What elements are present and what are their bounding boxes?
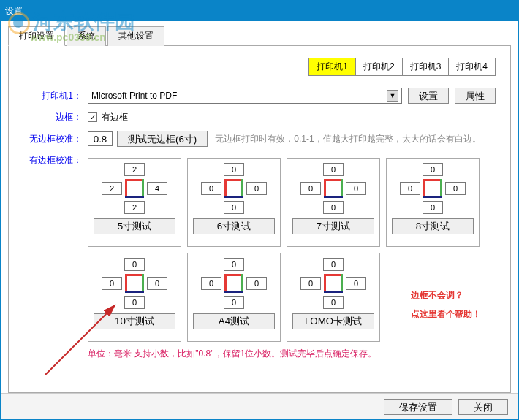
noborder-test-button[interactable]: 测试无边框(6寸) [117, 131, 208, 147]
printer-tab-4[interactable]: 打印机4 [448, 58, 496, 76]
calib-square-icon [125, 274, 144, 293]
printer-tab-1[interactable]: 打印机1 [308, 58, 356, 76]
calibration-box: A4测试 [187, 253, 281, 342]
calib-bottom-input[interactable] [323, 296, 344, 309]
tab-print-settings[interactable]: 打印设置 [8, 26, 65, 46]
calibration-box: 8寸测试 [386, 158, 480, 247]
calib-left-input[interactable] [300, 182, 321, 195]
calib-test-button[interactable]: 10寸测试 [94, 313, 175, 329]
calib-bottom-input[interactable] [124, 201, 145, 214]
calib-left-input[interactable] [201, 277, 221, 290]
calib-top-input[interactable] [124, 258, 145, 271]
calib-right-input[interactable] [246, 182, 267, 195]
printer-props-button[interactable]: 属性 [455, 88, 496, 104]
printer-row: 打印机1： Microsoft Print to PDF ▼ 设置 属性 [23, 88, 496, 104]
calibration-box: 6寸测试 [187, 158, 281, 247]
calib-right-input[interactable] [147, 182, 167, 195]
calib-left-input[interactable] [300, 277, 321, 290]
help-line2: 点这里看个帮助！ [411, 305, 481, 324]
calib-top-input[interactable] [224, 163, 244, 176]
calibration-cross [400, 163, 466, 214]
border-label: 边框： [23, 111, 82, 123]
calib-top-input[interactable] [423, 163, 443, 176]
calibration-cross [102, 163, 167, 214]
calibration-box: 7寸测试 [287, 158, 380, 247]
calib-square-icon [125, 179, 144, 198]
calib-test-button[interactable]: 7寸测试 [292, 218, 374, 234]
titlebar: 设置 [1, 1, 518, 21]
save-button[interactable]: 保存设置 [384, 399, 452, 415]
calib-test-button[interactable]: LOMO卡测试 [292, 313, 374, 329]
main-tabs: 打印设置 系统 其他设置 [8, 26, 511, 46]
settings-window: 设置 河东软件园 www.pc0359.cn 打印设置 系统 其他设置 打印机1… [0, 0, 519, 420]
noborder-hint: 无边框打印时有效，0.1-1，值越大打印越完整，太大的话会有白边。 [215, 133, 480, 145]
calib-bottom-input[interactable] [124, 296, 145, 309]
calib-square-icon [423, 179, 442, 198]
calibration-box: 5寸测试 [88, 158, 181, 247]
close-button[interactable]: 关闭 [458, 399, 508, 415]
panel: 打印机1 打印机2 打印机3 打印机4 打印机1： Microsoft Prin… [8, 46, 511, 393]
calibration-box: LOMO卡测试 [287, 253, 380, 342]
tab-system[interactable]: 系统 [67, 26, 106, 46]
calib-bottom-input[interactable] [224, 201, 244, 214]
printer-dropdown[interactable]: Microsoft Print to PDF ▼ [88, 88, 402, 104]
calib-right-input[interactable] [445, 182, 466, 195]
border-checkbox[interactable]: ✓ [88, 112, 97, 122]
calib-square-icon [224, 274, 243, 293]
printer-settings-button[interactable]: 设置 [408, 88, 449, 104]
noborder-input[interactable] [88, 131, 113, 146]
calibration-cross [300, 258, 366, 309]
noborder-label: 无边框校准： [23, 133, 82, 145]
calib-left-input[interactable] [201, 182, 221, 195]
border-row: 边框： ✓ 有边框 [23, 111, 496, 123]
calib-top-input[interactable] [124, 163, 145, 176]
chevron-down-icon: ▼ [387, 90, 398, 102]
border-text: 有边框 [102, 111, 128, 123]
calib-bottom-input[interactable] [423, 201, 443, 214]
help-line1: 边框不会调？ [411, 286, 481, 305]
calib-top-input[interactable] [323, 258, 344, 271]
printer-tabs: 打印机1 打印机2 打印机3 打印机4 [23, 58, 496, 76]
calib-bottom-input[interactable] [323, 201, 344, 214]
calib-bottom-input[interactable] [224, 296, 244, 309]
calib-test-button[interactable]: 8寸测试 [392, 218, 474, 234]
printer-tab-2[interactable]: 打印机2 [355, 58, 403, 76]
calib-left-input[interactable] [400, 182, 420, 195]
content-area: 打印设置 系统 其他设置 打印机1 打印机2 打印机3 打印机4 打印机1： M… [1, 21, 518, 419]
calibration-cross [201, 163, 267, 214]
calib-test-button[interactable]: A4测试 [193, 313, 275, 329]
calib-top-input[interactable] [224, 258, 244, 271]
calib-right-input[interactable] [346, 182, 366, 195]
calibration-cross [201, 258, 267, 309]
calib-left-input[interactable] [102, 277, 122, 290]
calib-right-input[interactable] [246, 277, 267, 290]
calib-left-input[interactable] [102, 182, 122, 195]
hasborder-label: 有边框校准： [23, 154, 82, 167]
noborder-row: 无边框校准： 测试无边框(6寸) 无边框打印时有效，0.1-1，值越大打印越完整… [23, 131, 496, 147]
calib-top-input[interactable] [323, 163, 344, 176]
calib-square-icon [224, 179, 243, 198]
help-text[interactable]: 边框不会调？ 点这里看个帮助！ [411, 286, 481, 324]
calib-square-icon [324, 274, 343, 293]
footer-hint: 单位：毫米 支持小数，比如"0.8"，保留1位小数。测试完毕后点确定保存。 [88, 348, 496, 360]
calibration-box: 10寸测试 [88, 253, 181, 342]
printer-value: Microsoft Print to PDF [91, 91, 177, 101]
printer-label: 打印机1： [23, 90, 82, 102]
calib-right-input[interactable] [147, 277, 167, 290]
calibration-cross [300, 163, 366, 214]
bottom-bar: 保存设置 关闭 [1, 393, 518, 419]
calib-test-button[interactable]: 6寸测试 [193, 218, 275, 234]
printer-tab-3[interactable]: 打印机3 [402, 58, 450, 76]
calib-test-button[interactable]: 5寸测试 [94, 218, 175, 234]
window-title: 设置 [5, 5, 23, 18]
calibration-cross [102, 258, 167, 309]
tab-other[interactable]: 其他设置 [107, 26, 164, 46]
calib-right-input[interactable] [346, 277, 366, 290]
calib-square-icon [324, 179, 343, 198]
